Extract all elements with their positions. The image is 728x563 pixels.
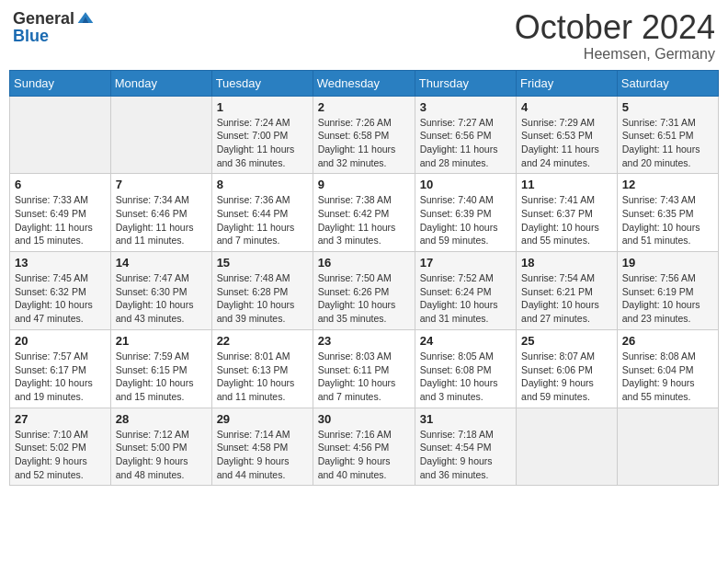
calendar-week-2: 6Sunrise: 7:33 AM Sunset: 6:49 PM Daylig… bbox=[10, 174, 719, 252]
calendar-cell: 19Sunrise: 7:56 AM Sunset: 6:19 PM Dayli… bbox=[617, 252, 718, 330]
day-number: 25 bbox=[521, 334, 612, 348]
day-info: Sunrise: 7:33 AM Sunset: 6:49 PM Dayligh… bbox=[15, 193, 106, 247]
day-number: 17 bbox=[420, 256, 511, 270]
calendar-cell bbox=[517, 408, 618, 486]
day-number: 26 bbox=[622, 334, 713, 348]
weekday-header-saturday: Saturday bbox=[617, 70, 718, 96]
calendar-table: SundayMondayTuesdayWednesdayThursdayFrid… bbox=[9, 70, 719, 487]
weekday-header-thursday: Thursday bbox=[415, 70, 516, 96]
day-number: 4 bbox=[521, 100, 612, 114]
day-info: Sunrise: 7:43 AM Sunset: 6:35 PM Dayligh… bbox=[622, 193, 713, 247]
calendar-cell: 28Sunrise: 7:12 AM Sunset: 5:00 PM Dayli… bbox=[110, 408, 211, 486]
day-info: Sunrise: 7:27 AM Sunset: 6:56 PM Dayligh… bbox=[420, 116, 511, 170]
day-number: 23 bbox=[318, 334, 410, 348]
day-info: Sunrise: 7:59 AM Sunset: 6:15 PM Dayligh… bbox=[116, 350, 207, 404]
calendar-cell: 12Sunrise: 7:43 AM Sunset: 6:35 PM Dayli… bbox=[617, 174, 718, 252]
calendar-cell: 18Sunrise: 7:54 AM Sunset: 6:21 PM Dayli… bbox=[517, 252, 618, 330]
weekday-header-friday: Friday bbox=[517, 70, 618, 96]
day-info: Sunrise: 7:45 AM Sunset: 6:32 PM Dayligh… bbox=[15, 271, 106, 326]
day-info: Sunrise: 7:18 AM Sunset: 4:54 PM Dayligh… bbox=[420, 428, 511, 482]
day-info: Sunrise: 8:03 AM Sunset: 6:11 PM Dayligh… bbox=[318, 350, 410, 404]
calendar-cell: 7Sunrise: 7:34 AM Sunset: 6:46 PM Daylig… bbox=[110, 174, 211, 252]
day-number: 10 bbox=[420, 178, 511, 191]
title-section: October 2024 Heemsen, Germany bbox=[515, 9, 715, 63]
day-number: 16 bbox=[318, 256, 410, 270]
calendar-cell: 15Sunrise: 7:48 AM Sunset: 6:28 PM Dayli… bbox=[211, 252, 313, 330]
calendar-cell: 14Sunrise: 7:47 AM Sunset: 6:30 PM Dayli… bbox=[110, 252, 211, 330]
calendar-cell: 23Sunrise: 8:03 AM Sunset: 6:11 PM Dayli… bbox=[313, 329, 415, 408]
day-info: Sunrise: 7:31 AM Sunset: 6:51 PM Dayligh… bbox=[622, 116, 713, 170]
weekday-header-wednesday: Wednesday bbox=[313, 70, 415, 96]
day-number: 30 bbox=[318, 412, 410, 426]
calendar-cell: 24Sunrise: 8:05 AM Sunset: 6:08 PM Dayli… bbox=[415, 329, 516, 408]
day-number: 27 bbox=[15, 412, 106, 426]
day-number: 12 bbox=[622, 178, 713, 191]
calendar-cell: 11Sunrise: 7:41 AM Sunset: 6:37 PM Dayli… bbox=[517, 174, 618, 252]
day-number: 5 bbox=[622, 100, 713, 114]
day-number: 19 bbox=[622, 256, 713, 270]
logo-general: General bbox=[13, 10, 74, 28]
day-number: 3 bbox=[420, 100, 511, 114]
day-info: Sunrise: 7:47 AM Sunset: 6:30 PM Dayligh… bbox=[116, 271, 207, 326]
calendar-cell: 27Sunrise: 7:10 AM Sunset: 5:02 PM Dayli… bbox=[10, 408, 111, 486]
day-number: 11 bbox=[521, 178, 612, 191]
day-number: 24 bbox=[420, 334, 511, 348]
calendar-cell: 16Sunrise: 7:50 AM Sunset: 6:26 PM Dayli… bbox=[313, 252, 415, 330]
calendar-cell: 13Sunrise: 7:45 AM Sunset: 6:32 PM Dayli… bbox=[10, 252, 111, 330]
page-header: General Blue October 2024 Heemsen, Germa… bbox=[9, 9, 719, 63]
day-info: Sunrise: 7:10 AM Sunset: 5:02 PM Dayligh… bbox=[15, 428, 106, 482]
calendar-cell: 5Sunrise: 7:31 AM Sunset: 6:51 PM Daylig… bbox=[617, 96, 718, 174]
day-number: 14 bbox=[116, 256, 207, 270]
month-title: October 2024 bbox=[515, 9, 715, 46]
day-info: Sunrise: 7:14 AM Sunset: 4:58 PM Dayligh… bbox=[217, 428, 308, 482]
calendar-cell: 22Sunrise: 8:01 AM Sunset: 6:13 PM Dayli… bbox=[211, 329, 313, 408]
day-info: Sunrise: 7:50 AM Sunset: 6:26 PM Dayligh… bbox=[318, 271, 410, 326]
day-number: 21 bbox=[116, 334, 207, 348]
day-info: Sunrise: 7:24 AM Sunset: 7:00 PM Dayligh… bbox=[217, 116, 308, 170]
weekday-header-tuesday: Tuesday bbox=[211, 70, 313, 96]
calendar-cell: 10Sunrise: 7:40 AM Sunset: 6:39 PM Dayli… bbox=[415, 174, 516, 252]
logo-blue: Blue bbox=[13, 28, 95, 45]
day-number: 8 bbox=[217, 178, 308, 191]
day-number: 6 bbox=[15, 178, 106, 191]
day-info: Sunrise: 7:57 AM Sunset: 6:17 PM Dayligh… bbox=[15, 350, 106, 404]
day-number: 29 bbox=[217, 412, 308, 426]
day-info: Sunrise: 7:40 AM Sunset: 6:39 PM Dayligh… bbox=[420, 193, 511, 247]
calendar-cell bbox=[617, 408, 718, 486]
calendar-week-3: 13Sunrise: 7:45 AM Sunset: 6:32 PM Dayli… bbox=[10, 252, 719, 330]
day-info: Sunrise: 7:34 AM Sunset: 6:46 PM Dayligh… bbox=[116, 193, 207, 247]
calendar-cell bbox=[10, 96, 111, 174]
calendar-cell: 25Sunrise: 8:07 AM Sunset: 6:06 PM Dayli… bbox=[517, 329, 618, 408]
day-number: 18 bbox=[521, 256, 612, 270]
calendar-cell: 31Sunrise: 7:18 AM Sunset: 4:54 PM Dayli… bbox=[415, 408, 516, 486]
day-info: Sunrise: 7:48 AM Sunset: 6:28 PM Dayligh… bbox=[217, 271, 308, 326]
calendar-cell: 1Sunrise: 7:24 AM Sunset: 7:00 PM Daylig… bbox=[211, 96, 313, 174]
day-info: Sunrise: 7:29 AM Sunset: 6:53 PM Dayligh… bbox=[521, 116, 612, 170]
calendar-cell: 21Sunrise: 7:59 AM Sunset: 6:15 PM Dayli… bbox=[110, 329, 211, 408]
day-number: 28 bbox=[116, 412, 207, 426]
day-number: 22 bbox=[217, 334, 308, 348]
day-info: Sunrise: 8:01 AM Sunset: 6:13 PM Dayligh… bbox=[217, 350, 308, 404]
day-number: 1 bbox=[217, 100, 308, 114]
day-info: Sunrise: 7:52 AM Sunset: 6:24 PM Dayligh… bbox=[420, 271, 511, 326]
day-info: Sunrise: 7:54 AM Sunset: 6:21 PM Dayligh… bbox=[521, 271, 612, 326]
calendar-cell: 17Sunrise: 7:52 AM Sunset: 6:24 PM Dayli… bbox=[415, 252, 516, 330]
day-info: Sunrise: 7:16 AM Sunset: 4:56 PM Dayligh… bbox=[318, 428, 410, 482]
calendar-cell: 29Sunrise: 7:14 AM Sunset: 4:58 PM Dayli… bbox=[211, 408, 313, 486]
weekday-header-sunday: Sunday bbox=[10, 70, 111, 96]
calendar-week-1: 1Sunrise: 7:24 AM Sunset: 7:00 PM Daylig… bbox=[10, 96, 719, 174]
day-info: Sunrise: 7:36 AM Sunset: 6:44 PM Dayligh… bbox=[217, 193, 308, 247]
weekday-header-monday: Monday bbox=[110, 70, 211, 96]
calendar-cell: 3Sunrise: 7:27 AM Sunset: 6:56 PM Daylig… bbox=[415, 96, 516, 174]
day-number: 13 bbox=[15, 256, 106, 270]
calendar-week-5: 27Sunrise: 7:10 AM Sunset: 5:02 PM Dayli… bbox=[10, 408, 719, 486]
calendar-cell: 4Sunrise: 7:29 AM Sunset: 6:53 PM Daylig… bbox=[517, 96, 618, 174]
day-number: 9 bbox=[318, 178, 410, 191]
calendar-cell: 26Sunrise: 8:08 AM Sunset: 6:04 PM Dayli… bbox=[617, 329, 718, 408]
calendar-week-4: 20Sunrise: 7:57 AM Sunset: 6:17 PM Dayli… bbox=[10, 329, 719, 408]
day-number: 31 bbox=[420, 412, 511, 426]
day-info: Sunrise: 7:56 AM Sunset: 6:19 PM Dayligh… bbox=[622, 271, 713, 326]
day-number: 2 bbox=[318, 100, 410, 114]
location: Heemsen, Germany bbox=[515, 46, 715, 63]
day-info: Sunrise: 7:41 AM Sunset: 6:37 PM Dayligh… bbox=[521, 193, 612, 247]
